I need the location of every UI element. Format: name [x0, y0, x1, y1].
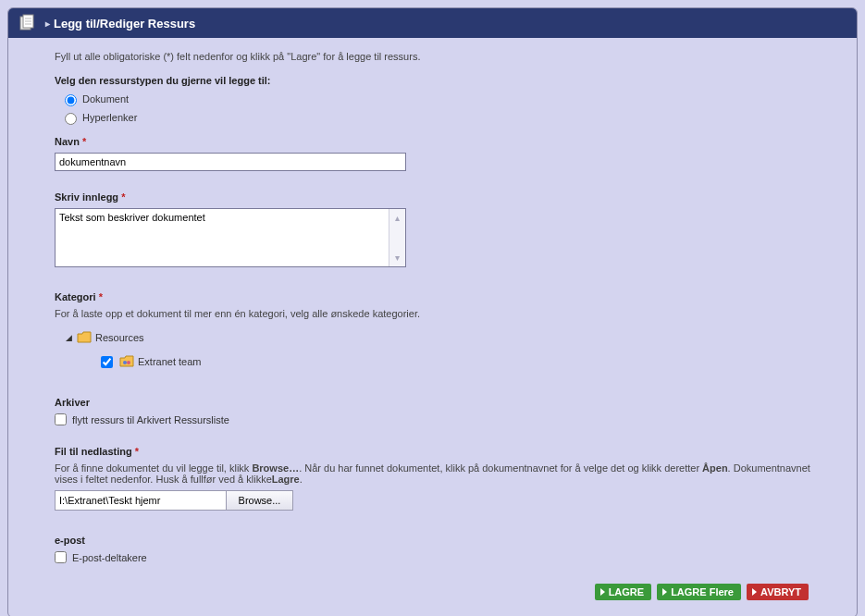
archive-checkbox-row[interactable]: flytt ressurs til Arkivert Ressursliste — [55, 413, 810, 425]
download-label-text: Fil til nedlasting — [55, 446, 132, 457]
required-marker: * — [135, 446, 139, 457]
dl-h-browse: Browse… — [252, 462, 299, 474]
save-button[interactable]: LAGRE — [595, 584, 652, 600]
radio-document-row[interactable]: Dokument — [60, 92, 810, 106]
save-more-button-label: LAGRE Flere — [671, 586, 734, 598]
dl-h-open: Åpen — [702, 462, 728, 474]
archive-label: Arkiver — [55, 397, 810, 408]
document-stack-icon — [18, 14, 36, 32]
radio-hyperlinks[interactable] — [65, 113, 77, 125]
dl-h4: . — [300, 474, 303, 485]
intro-text: Fyll ut alle obligatoriske (*) felt nede… — [55, 51, 810, 62]
email-label: e-post — [55, 535, 810, 546]
required-marker: * — [82, 136, 86, 147]
play-icon — [752, 588, 757, 596]
category-label-text: Kategori — [55, 291, 96, 302]
folder-icon — [77, 331, 92, 344]
tree-child-row[interactable]: Extranet team — [97, 352, 810, 371]
panel-title: Legg til/Rediger Ressurs — [54, 17, 195, 31]
email-checkbox[interactable] — [55, 551, 67, 563]
tree-root-row[interactable]: ◢ Resources — [64, 328, 810, 347]
save-more-button[interactable]: LAGRE Flere — [657, 584, 741, 600]
scroll-up-icon[interactable]: ▴ — [395, 213, 400, 223]
team-folder-icon — [119, 355, 134, 368]
category-label: Kategori * — [55, 291, 810, 302]
dl-h2: . Når du har funnet dokumentet, klikk på… — [299, 462, 702, 474]
download-label: Fil til nedlasting * — [55, 446, 810, 457]
category-tree: ◢ Resources — [64, 328, 810, 371]
svg-point-5 — [123, 361, 127, 364]
cancel-button[interactable]: AVBRYT — [747, 584, 809, 600]
radio-document[interactable] — [65, 94, 77, 106]
post-textarea-wrap: Tekst som beskriver dokumentet ▴ ▾ — [55, 208, 406, 267]
chevron-right-icon: ▸ — [45, 18, 50, 29]
tree-root-label: Resources — [95, 332, 144, 343]
dl-h1: For å finne dokumentet du vil legge til,… — [55, 462, 252, 474]
radio-hyperlinks-label: Hyperlenker — [82, 112, 137, 123]
svg-point-6 — [127, 361, 130, 364]
resource-type-label: Velg den ressurstypen du gjerne vil legg… — [55, 75, 810, 86]
resource-panel: ▸ Legg til/Rediger Ressurs Fyll ut alle … — [7, 7, 858, 616]
dl-h-save: Lagre — [272, 474, 300, 485]
file-path-input[interactable] — [56, 491, 226, 510]
browse-button[interactable]: Browse... — [226, 491, 292, 510]
tree-collapse-icon[interactable]: ◢ — [64, 333, 73, 342]
file-picker: Browse... — [55, 490, 293, 511]
scroll-down-icon[interactable]: ▾ — [395, 253, 400, 263]
save-button-label: LAGRE — [609, 586, 645, 598]
post-label-text: Skriv innlegg — [55, 191, 118, 203]
post-label: Skriv innlegg * — [55, 191, 810, 203]
tree-child-checkbox[interactable] — [101, 356, 113, 368]
name-label: Navn * — [55, 136, 810, 147]
name-input[interactable] — [55, 153, 406, 171]
radio-hyperlinks-row[interactable]: Hyperlenker — [60, 110, 810, 125]
required-marker: * — [99, 291, 103, 302]
tree-child-label: Extranet team — [138, 356, 201, 367]
play-icon — [600, 588, 605, 596]
cancel-button-label: AVBRYT — [760, 586, 801, 598]
post-textarea[interactable]: Tekst som beskriver dokumentet — [56, 209, 389, 266]
archive-checkbox-label: flytt ressurs til Arkivert Ressursliste — [72, 414, 229, 425]
textarea-scrollbar[interactable]: ▴ ▾ — [389, 209, 405, 266]
name-label-text: Navn — [55, 136, 80, 147]
download-helper: For å finne dokumentet du vil legge til,… — [55, 462, 810, 485]
archive-checkbox[interactable] — [55, 413, 67, 425]
button-bar: LAGRE LAGRE Flere AVBRYT — [55, 584, 810, 600]
email-checkbox-label: E-post-deltakere — [72, 552, 147, 563]
radio-document-label: Dokument — [82, 93, 129, 105]
category-helper: For å laste opp et dokument til mer enn … — [55, 308, 810, 319]
email-checkbox-row[interactable]: E-post-deltakere — [55, 551, 810, 563]
panel-header: ▸ Legg til/Rediger Ressurs — [8, 8, 857, 38]
panel-body: Fyll ut alle obligatoriske (*) felt nede… — [8, 38, 857, 616]
play-icon — [662, 588, 667, 596]
required-marker: * — [121, 191, 125, 203]
